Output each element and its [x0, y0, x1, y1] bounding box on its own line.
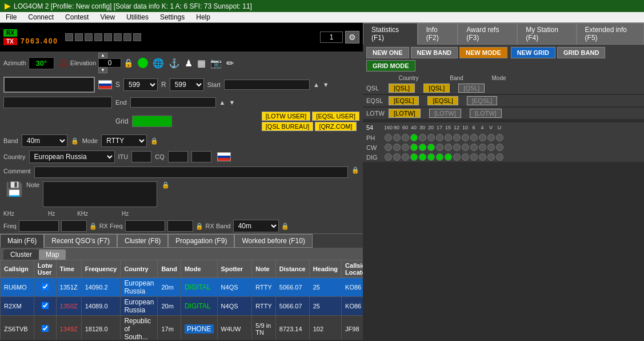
dot — [393, 134, 401, 141]
dot — [419, 153, 426, 161]
dxcc-input[interactable]: 54 — [191, 151, 211, 162]
globe-icon[interactable]: 🌐 — [153, 58, 164, 69]
grid-mode-btn[interactable]: GRID MODE — [366, 60, 415, 72]
elevation-input[interactable] — [98, 58, 121, 68]
new-mode-btn[interactable]: NEW MODE — [459, 47, 507, 58]
table-row[interactable]: R2XM 1350Z 14089.0 European Russia 20m D… — [1, 297, 363, 316]
cell-lotw[interactable] — [34, 316, 56, 340]
r-select[interactable]: 599 — [170, 78, 204, 91]
itu-input[interactable]: 29 — [131, 151, 151, 162]
name-input[interactable]: Andrey M. Zhiryakov — [3, 97, 112, 108]
tab-main[interactable]: Main (F6) — [0, 234, 44, 248]
rx-freq-input[interactable]: 7063 — [125, 220, 165, 232]
menu-connect[interactable]: Connect — [22, 12, 59, 22]
table-row[interactable]: RU6MO 1351Z 14090.2 European Russia 20m … — [1, 278, 363, 297]
camera-icon[interactable]: 📷 — [210, 58, 222, 69]
note-lock-icon[interactable]: 🔒 — [162, 181, 170, 207]
menu-file[interactable]: File — [0, 12, 22, 22]
cell-lotw[interactable] — [34, 297, 56, 316]
elevation-spinner[interactable]: ▲ ▼ — [98, 53, 121, 73]
lotw-mode-badge: [LOTW] — [470, 109, 502, 118]
end-label: End — [115, 99, 127, 106]
dot — [479, 144, 486, 151]
freq-hz-input[interactable]: 400 — [61, 220, 87, 232]
stats-tab-1[interactable]: Info (F2) — [418, 23, 458, 45]
elev-down-btn[interactable]: ▼ — [98, 68, 107, 73]
freq-input[interactable]: 7063 — [19, 220, 59, 232]
dot — [453, 134, 461, 141]
cell-lotw[interactable] — [34, 278, 56, 297]
mode-lock-icon[interactable]: 🔒 — [150, 137, 158, 145]
new-one-btn[interactable]: NEW ONE — [366, 47, 409, 58]
note-textarea[interactable] — [43, 181, 157, 207]
band-lock-icon[interactable]: 🔒 — [71, 137, 79, 145]
col-freq: Frequency — [81, 260, 121, 278]
start-time-input[interactable]: 2/ 2/2020 13:53:15 — [224, 80, 310, 90]
stats-tab-4[interactable]: Extended info (F5) — [577, 23, 644, 45]
tab-cluster[interactable]: Cluster (F8) — [117, 234, 168, 248]
table-header-row: Callsign Lotw User Time Frequency Countr… — [1, 260, 363, 278]
gear-button[interactable]: ⚙ — [345, 31, 359, 43]
dot — [385, 153, 392, 161]
rx-band-select[interactable]: 40m — [233, 220, 279, 232]
tab-worked[interactable]: Worked before (F10) — [234, 234, 313, 248]
callsign-input[interactable]: RU6MO — [3, 77, 95, 93]
lotw-band-badge: [LOTW] — [429, 109, 461, 118]
anchor-icon[interactable]: ⚓ — [169, 58, 180, 69]
cell-freq: 14090.2 — [81, 278, 121, 297]
tab-propagation[interactable]: Propagation (F9) — [168, 234, 234, 248]
azimuth-label: Azimuth — [3, 60, 26, 66]
freq-controls: ⚙ — [320, 31, 359, 43]
rx-freq-lock-icon[interactable]: 🔒 — [195, 223, 203, 230]
new-band-btn[interactable]: NEW BAND — [411, 47, 458, 58]
col-locator: Callsign Locator — [342, 260, 363, 278]
freq-lock-icon[interactable]: 🔒 — [89, 223, 97, 230]
tab-recent[interactable]: Recent QSO's (F7) — [44, 234, 117, 248]
table-row[interactable]: ZS6TVB 1349Z 18128.0 Republic of South..… — [1, 316, 363, 340]
band-header: 80 — [393, 125, 401, 130]
cluster-tab-map[interactable]: Map — [39, 249, 66, 260]
cluster-tab-cluster[interactable]: Cluster — [3, 249, 39, 260]
new-grid-btn[interactable]: NEW GRID — [511, 47, 555, 58]
up-arrow-icon[interactable]: ▲ — [313, 81, 319, 88]
cq-input[interactable]: 16 — [168, 151, 188, 162]
menu-settings[interactable]: Settings — [154, 12, 190, 22]
mode-select[interactable]: RTTY — [101, 134, 147, 147]
band-header: 40 — [410, 125, 418, 130]
rx-freq-hz-input[interactable]: 400 — [167, 220, 193, 232]
freq-step-input[interactable] — [320, 31, 343, 43]
grid-band-btn[interactable]: GRID BAND — [557, 47, 605, 58]
down-arrow-icon[interactable]: ▼ — [323, 81, 329, 88]
dot6 — [114, 33, 122, 41]
s-select[interactable]: 599 — [123, 78, 158, 91]
rx-band-lock-icon[interactable]: 🔒 — [281, 223, 289, 230]
elev-up-btn[interactable]: ▲ — [98, 53, 107, 58]
end-time-input[interactable]: 2/ 2/2020 13:53:15 — [130, 97, 216, 108]
col-heading: Heading — [309, 260, 341, 278]
country-flag — [98, 80, 112, 89]
elevation-lock-icon[interactable]: 🔒 — [123, 58, 133, 68]
band-select[interactable]: 40m — [22, 134, 67, 147]
up-arrow2-icon[interactable]: ▲ — [219, 99, 226, 106]
grid-icon[interactable]: ▦ — [197, 58, 206, 69]
comment-lock-icon[interactable]: 🔒 — [351, 166, 359, 178]
stats-tab-0[interactable]: Statistics (F1) — [363, 23, 418, 45]
cell-band: 17m — [158, 316, 181, 340]
chess-icon[interactable]: ♟ — [185, 58, 193, 69]
frequency-display[interactable]: 7063.400 — [21, 25, 58, 50]
down-arrow2-icon[interactable]: ▼ — [229, 99, 235, 106]
stats-tab-2[interactable]: Award refs (F3) — [458, 23, 517, 45]
edit-icon[interactable]: ✏ — [226, 58, 234, 69]
menu-contest[interactable]: Contest — [59, 12, 94, 22]
menu-help[interactable]: Help — [190, 12, 216, 22]
col-distance: Distance — [275, 260, 309, 278]
grid-input[interactable]: KN97kf — [132, 116, 172, 127]
dot — [427, 134, 435, 141]
comment-input[interactable] — [34, 166, 348, 178]
menu-view[interactable]: View — [94, 12, 121, 22]
stats-tab-3[interactable]: My Station (F4) — [517, 23, 576, 45]
country-select[interactable]: European Russia — [29, 150, 115, 163]
menu-utilities[interactable]: Utilities — [121, 12, 154, 22]
khz-label2: KHz — [77, 211, 88, 217]
band-header: 17 — [435, 125, 443, 130]
